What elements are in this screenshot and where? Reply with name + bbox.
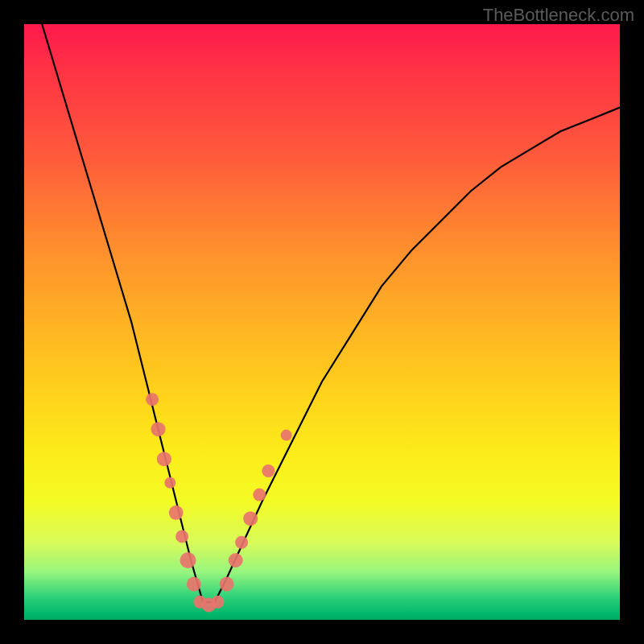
chart-frame: TheBottleneck.com — [0, 0, 644, 644]
data-marker — [169, 506, 184, 520]
data-marker — [220, 577, 234, 592]
curve-svg — [24, 24, 620, 620]
data-marker — [212, 596, 225, 609]
data-marker — [243, 511, 258, 526]
data-marker — [180, 552, 196, 568]
data-marker — [262, 464, 275, 477]
data-marker — [187, 577, 201, 592]
data-marker — [281, 430, 292, 441]
data-marker — [235, 536, 248, 549]
plot-area — [24, 24, 620, 620]
bottleneck-curve — [42, 24, 620, 602]
data-marker — [157, 452, 171, 466]
data-marker — [151, 422, 166, 436]
data-marker — [229, 553, 243, 568]
data-marker — [175, 530, 188, 543]
watermark-label: TheBottleneck.com — [483, 5, 634, 26]
data-marker — [164, 477, 175, 489]
data-marker — [253, 489, 266, 502]
data-marker — [146, 393, 159, 406]
data-markers — [146, 393, 292, 612]
bottleneck-curve-path — [42, 24, 620, 602]
